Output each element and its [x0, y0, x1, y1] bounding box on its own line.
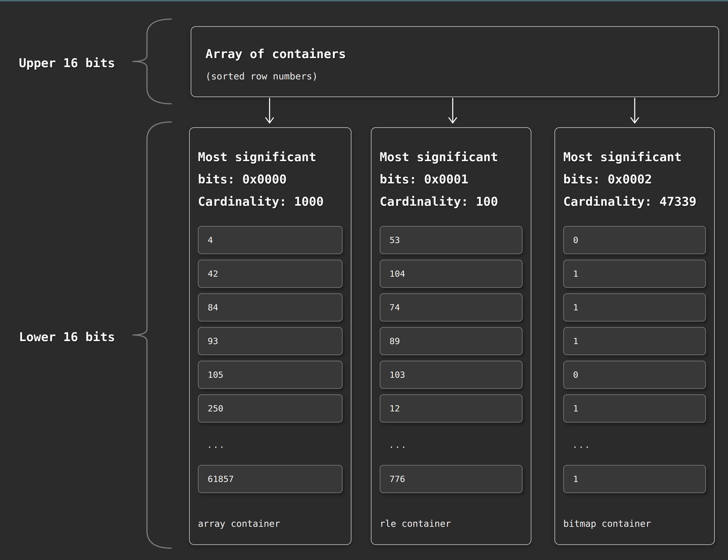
container-cell: 103 — [380, 361, 522, 389]
container-cell: 0 — [563, 226, 706, 254]
container-cell: 105 — [198, 361, 343, 389]
ellipsis: ... — [380, 438, 522, 452]
container-cell: 776 — [380, 465, 522, 493]
header-line: bits: 0x0001 — [380, 168, 522, 190]
container-cell: 12 — [380, 394, 522, 423]
container-type-label: rle container — [380, 519, 522, 529]
container-cell: 53 — [380, 226, 522, 254]
header-line: bits: 0x0000 — [198, 168, 343, 190]
lower-16-bits-label: Lower 16 bits — [19, 330, 115, 344]
container-cell: 1 — [563, 293, 706, 322]
header-line: Cardinality: 1000 — [198, 190, 343, 213]
container-cell: 61857 — [198, 465, 343, 493]
container-cell: 0 — [563, 361, 706, 389]
array-box-title: Array of containers — [206, 47, 718, 61]
container-box-bitmap: Most significant bits: 0x0002 Cardinalit… — [554, 127, 715, 545]
container-cell: 1 — [563, 327, 706, 355]
arrow-down-icon — [627, 98, 642, 126]
array-of-containers-box: Array of containers (sorted row numbers) — [191, 26, 719, 97]
container-cell: 1 — [563, 465, 706, 493]
container-cell: 250 — [198, 394, 343, 423]
container-type-label: array container — [198, 519, 343, 529]
upper-16-bits-label: Upper 16 bits — [19, 56, 115, 70]
upper-brace — [132, 18, 172, 104]
container-cell: 42 — [198, 260, 343, 288]
container-box-rle: Most significant bits: 0x0001 Cardinalit… — [371, 127, 531, 545]
container-cell: 93 — [198, 327, 343, 355]
container-cell: 1 — [563, 260, 706, 288]
header-line: Most significant — [380, 146, 522, 168]
roaring-bitmap-diagram: Upper 16 bits Lower 16 bits Array of con… — [0, 0, 728, 560]
container-header: Most significant bits: 0x0002 Cardinalit… — [563, 146, 706, 213]
ellipsis: ... — [198, 438, 343, 452]
array-box-subtitle: (sorted row numbers) — [206, 71, 718, 82]
lower-brace — [132, 121, 172, 549]
header-line: Most significant — [198, 146, 343, 168]
top-accent-strip — [0, 0, 728, 1]
container-cell: 1 — [563, 394, 706, 423]
header-line: Most significant — [563, 146, 706, 168]
header-line: Cardinality: 100 — [380, 190, 522, 213]
container-cell: 4 — [198, 226, 343, 254]
container-header: Most significant bits: 0x0001 Cardinalit… — [380, 146, 522, 213]
arrow-down-icon — [262, 98, 277, 126]
ellipsis: ... — [563, 438, 706, 452]
arrow-down-icon — [445, 98, 460, 126]
container-cell: 84 — [198, 293, 343, 322]
container-cell: 74 — [380, 293, 522, 322]
container-cell: 89 — [380, 327, 522, 355]
container-box-array: Most significant bits: 0x0000 Cardinalit… — [189, 127, 352, 545]
header-line: bits: 0x0002 — [563, 168, 706, 190]
container-header: Most significant bits: 0x0000 Cardinalit… — [198, 146, 343, 213]
container-type-label: bitmap container — [563, 519, 706, 529]
container-cell: 104 — [380, 260, 522, 288]
header-line: Cardinality: 47339 — [563, 190, 706, 213]
